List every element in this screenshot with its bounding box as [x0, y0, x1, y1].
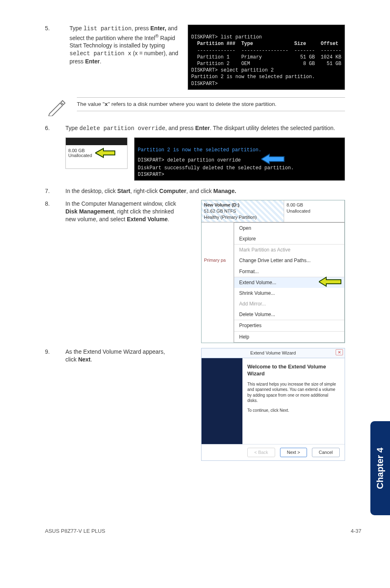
menu-format[interactable]: Format... [234, 266, 344, 277]
step-body: In the Computer Management window, click… [65, 200, 180, 343]
chapter-tab: Chapter 4 [370, 421, 390, 515]
arrow-left-icon [319, 276, 342, 287]
step-9: 9. As the Extend Volume Wizard appears, … [45, 348, 345, 461]
wizard-continue: To continue, click Next. [247, 408, 340, 413]
side-label: Primary pa [202, 255, 233, 265]
cmd-list-partition: list partition [83, 25, 132, 32]
step-number: 6. [45, 124, 65, 132]
step-6: 6. Type delete partition override, and p… [45, 124, 345, 132]
footer-page: 4-37 [351, 528, 361, 534]
cmd-delete-override: delete partition override [79, 125, 165, 132]
step6-illustration: 8.00 GB Unallocated Partition 2 is now t… [65, 137, 345, 181]
menu-extend-volume[interactable]: Extend Volume... [234, 277, 344, 288]
terminal-output-2: Partition 2 is now the selected partitio… [134, 137, 345, 181]
note-text: The value "x" refers to a disk number wh… [77, 97, 345, 111]
step-body: As the Extend Volume Wizard appears, cli… [65, 348, 176, 461]
next-button[interactable]: Next > [280, 448, 307, 457]
menu-shrink-volume[interactable]: Shrink Volume... [234, 288, 344, 298]
svg-marker-1 [261, 154, 284, 164]
step-number: 5. [45, 25, 65, 90]
wizard-desc: This wizard helps you increase the size … [247, 382, 340, 404]
disk-unallocated-block: 8.00 GB Unallocated [65, 137, 128, 169]
extend-volume-wizard: Extend Volume Wizard ✕ Welcome to the Ex… [201, 348, 345, 461]
menu-delete-volume[interactable]: Delete Volume... [234, 309, 344, 320]
terminal-output-1: DISKPART> list partition Partition ### T… [188, 25, 345, 90]
menu-help[interactable]: Help [234, 331, 344, 342]
wizard-sidebar-graphic [202, 358, 242, 444]
menu-properties[interactable]: Properties [234, 320, 344, 331]
context-menu-panel: New Volume (D:) 51.62 GB NTFS Healthy (P… [201, 200, 345, 343]
back-button: < Back [247, 448, 275, 457]
svg-marker-2 [319, 277, 341, 286]
arrow-left-icon [261, 153, 285, 165]
menu-open[interactable]: Open [234, 223, 344, 233]
close-icon[interactable]: ✕ [336, 349, 343, 356]
step-5: 5. Type list partition, press Enter, and… [45, 25, 345, 90]
footer-model: ASUS P8Z77-V LE PLUS [45, 528, 105, 534]
step-7: 7. In the desktop, click Start, right-cl… [45, 187, 345, 195]
cancel-button[interactable]: Cancel [312, 448, 340, 457]
page-footer: ASUS P8Z77-V LE PLUS 4-37 [45, 528, 361, 534]
menu-explore[interactable]: Explore [234, 233, 344, 244]
menu-mark-active: Mark Partition as Active [234, 244, 344, 255]
menu-change-letter[interactable]: Change Drive Letter and Paths... [234, 255, 344, 266]
context-menu: Open Explore Mark Partition as Active Ch… [234, 222, 345, 343]
step-body: Type list partition, press Enter, and se… [69, 25, 184, 90]
step-number: 8. [45, 200, 65, 207]
step-body: Type delete partition override, and pres… [65, 124, 345, 132]
step-number: 7. [45, 187, 65, 195]
step-number: 9. [45, 348, 65, 355]
arrow-left-icon [95, 148, 116, 158]
menu-add-mirror: Add Mirror... [234, 298, 344, 309]
pencil-icon [45, 97, 69, 116]
step-body: In the desktop, click Start, right-click… [65, 187, 345, 195]
wizard-frame-title: Extend Volume Wizard [250, 350, 296, 355]
volume-title: New Volume (D:) [204, 202, 240, 207]
svg-marker-0 [95, 148, 115, 157]
step-8: 8. In the Computer Management window, cl… [45, 200, 345, 343]
note-callout: The value "x" refers to a disk number wh… [45, 97, 345, 116]
cmd-select-partition: select partition x [69, 50, 131, 57]
wizard-heading: Welcome to the Extend Volume Wizard [247, 363, 340, 377]
